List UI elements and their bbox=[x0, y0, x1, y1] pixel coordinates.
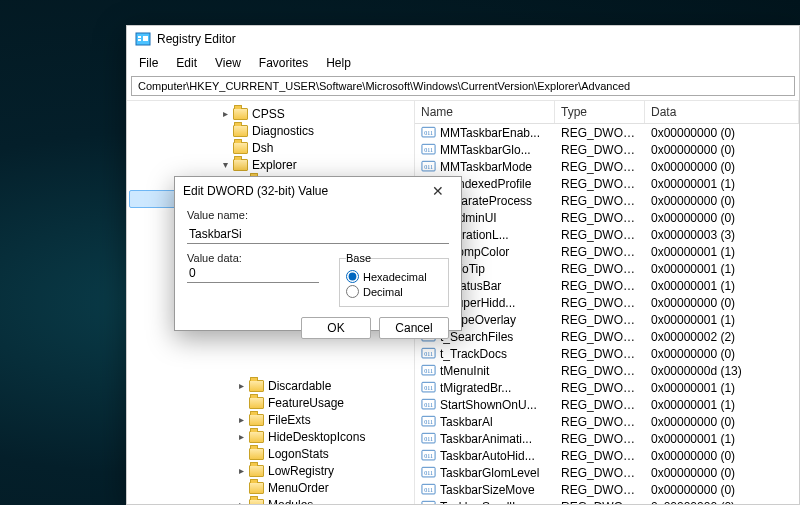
value-row[interactable]: 011TaskbarAnimati...REG_DWORD0x00000001 … bbox=[415, 430, 799, 447]
svg-text:011: 011 bbox=[424, 452, 433, 458]
value-type: REG_DWORD bbox=[555, 160, 645, 174]
value-row[interactable]: 011TaskbarAlREG_DWORD0x00000000 (0) bbox=[415, 413, 799, 430]
value-name: MMTaskbarGlo... bbox=[440, 143, 531, 157]
expand-icon[interactable]: ▸ bbox=[235, 499, 247, 504]
tree-item[interactable]: MenuOrder bbox=[129, 479, 412, 496]
menu-favorites[interactable]: Favorites bbox=[251, 54, 316, 72]
col-data[interactable]: Data bbox=[645, 101, 799, 123]
value-name: MMTaskbarMode bbox=[440, 160, 532, 174]
value-data: 0x00000001 (1) bbox=[645, 262, 799, 276]
value-name: StartShownOnU... bbox=[440, 398, 537, 412]
tree-item[interactable]: Dsh bbox=[129, 139, 412, 156]
value-data: 0x00000000 (0) bbox=[645, 211, 799, 225]
value-name: MMTaskbarEnab... bbox=[440, 126, 540, 140]
value-data-input[interactable] bbox=[187, 264, 319, 283]
close-icon[interactable]: ✕ bbox=[423, 183, 453, 199]
radio-hex-row[interactable]: Hexadecimal bbox=[346, 270, 442, 283]
value-type: REG_DWORD bbox=[555, 500, 645, 505]
tree-item[interactable]: ▸Modules bbox=[129, 496, 412, 504]
expand-icon[interactable]: ▸ bbox=[235, 465, 247, 476]
radio-dec-row[interactable]: Decimal bbox=[346, 285, 442, 298]
menu-view[interactable]: View bbox=[207, 54, 249, 72]
value-row[interactable]: 011wCompColorREG_DWORD0x00000001 (1) bbox=[415, 243, 799, 260]
dword-icon: 011 bbox=[421, 483, 436, 497]
menu-help[interactable]: Help bbox=[318, 54, 359, 72]
value-row[interactable]: 011wSuperHidd...REG_DWORD0x00000000 (0) bbox=[415, 294, 799, 311]
folder-icon bbox=[249, 465, 264, 477]
value-name: t_TrackDocs bbox=[440, 347, 507, 361]
svg-text:011: 011 bbox=[424, 503, 433, 504]
value-row[interactable]: 011wStatusBarREG_DWORD0x00000001 (1) bbox=[415, 277, 799, 294]
ok-button[interactable]: OK bbox=[301, 317, 371, 339]
value-row[interactable]: 011tMigratedBr...REG_DWORD0x00000001 (1) bbox=[415, 379, 799, 396]
tree-item[interactable]: ▸LowRegistry bbox=[129, 462, 412, 479]
dword-icon: 011 bbox=[421, 466, 436, 480]
value-row[interactable]: 011MMTaskbarGlo...REG_DWORD0x00000000 (0… bbox=[415, 141, 799, 158]
value-row[interactable]: 011MMTaskbarEnab...REG_DWORD0x00000000 (… bbox=[415, 124, 799, 141]
value-row[interactable]: 011TaskbarAutoHid...REG_DWORD0x00000000 … bbox=[415, 447, 799, 464]
dialog-title: Edit DWORD (32-bit) Value bbox=[183, 184, 328, 198]
svg-text:011: 011 bbox=[424, 146, 433, 152]
tree-item[interactable]: Diagnostics bbox=[129, 122, 412, 139]
value-row[interactable]: 011lMigrationL...REG_DWORD0x00000003 (3) bbox=[415, 226, 799, 243]
cancel-button[interactable]: Cancel bbox=[379, 317, 449, 339]
value-type: REG_DWORD bbox=[555, 211, 645, 225]
svg-text:011: 011 bbox=[424, 350, 433, 356]
svg-text:011: 011 bbox=[424, 435, 433, 441]
value-row[interactable]: 011tMenuInitREG_DWORD0x0000000d (13) bbox=[415, 362, 799, 379]
value-data: 0x00000001 (1) bbox=[645, 245, 799, 259]
dword-icon: 011 bbox=[421, 126, 436, 140]
value-row[interactable]: 011erAdminUIREG_DWORD0x00000000 (0) bbox=[415, 209, 799, 226]
expand-icon[interactable]: ▾ bbox=[219, 159, 231, 170]
value-data: 0x00000000 (0) bbox=[645, 347, 799, 361]
col-name[interactable]: Name bbox=[415, 101, 555, 123]
value-row[interactable]: 011wInfoTipREG_DWORD0x00000001 (1) bbox=[415, 260, 799, 277]
col-type[interactable]: Type bbox=[555, 101, 645, 123]
radio-hex[interactable] bbox=[346, 270, 359, 283]
value-data: 0x00000000 (0) bbox=[645, 500, 799, 505]
value-type: REG_DWORD bbox=[555, 177, 645, 191]
svg-rect-1 bbox=[138, 36, 141, 38]
value-row[interactable]: 011t_TrackDocsREG_DWORD0x00000000 (0) bbox=[415, 345, 799, 362]
dword-icon: 011 bbox=[421, 381, 436, 395]
menu-edit[interactable]: Edit bbox=[168, 54, 205, 72]
tree-label: LogonStats bbox=[268, 447, 329, 461]
tree-item[interactable]: ▸FileExts bbox=[129, 411, 412, 428]
svg-rect-2 bbox=[138, 39, 141, 41]
value-type: REG_DWORD bbox=[555, 143, 645, 157]
value-row[interactable]: 011ReindexedProfileREG_DWORD0x00000001 (… bbox=[415, 175, 799, 192]
value-type: REG_DWORD bbox=[555, 126, 645, 140]
value-type: REG_DWORD bbox=[555, 381, 645, 395]
expand-icon[interactable]: ▸ bbox=[235, 380, 247, 391]
value-row[interactable]: 011SeparateProcessREG_DWORD0x00000000 (0… bbox=[415, 192, 799, 209]
dword-icon: 011 bbox=[421, 160, 436, 174]
tree-item[interactable]: ▸Discardable bbox=[129, 377, 412, 394]
tree-label: CPSS bbox=[252, 107, 285, 121]
value-name-input[interactable] bbox=[187, 225, 449, 244]
value-row[interactable]: 011TaskbarGlomLevelREG_DWORD0x00000000 (… bbox=[415, 464, 799, 481]
value-row[interactable]: 011MMTaskbarModeREG_DWORD0x00000000 (0) bbox=[415, 158, 799, 175]
tree-item[interactable]: FeatureUsage bbox=[129, 394, 412, 411]
tree-item[interactable]: LogonStats bbox=[129, 445, 412, 462]
radio-dec[interactable] bbox=[346, 285, 359, 298]
value-row[interactable]: 011TaskbarSmallIconsREG_DWORD0x00000000 … bbox=[415, 498, 799, 504]
address-bar[interactable]: Computer\HKEY_CURRENT_USER\Software\Micr… bbox=[131, 76, 795, 96]
tree-item[interactable]: ▾Explorer bbox=[129, 156, 412, 173]
expand-icon[interactable]: ▸ bbox=[235, 431, 247, 442]
expand-icon[interactable]: ▸ bbox=[235, 414, 247, 425]
tree-item[interactable]: ▸HideDesktopIcons bbox=[129, 428, 412, 445]
menu-file[interactable]: File bbox=[131, 54, 166, 72]
expand-icon[interactable]: ▸ bbox=[219, 108, 231, 119]
value-row[interactable]: 011TaskbarSizeMoveREG_DWORD0x00000000 (0… bbox=[415, 481, 799, 498]
radio-dec-label: Decimal bbox=[363, 286, 403, 298]
tree-label: Discardable bbox=[268, 379, 331, 393]
tree-label: LowRegistry bbox=[268, 464, 334, 478]
value-row[interactable]: 011StartShownOnU...REG_DWORD0x00000001 (… bbox=[415, 396, 799, 413]
dword-icon: 011 bbox=[421, 449, 436, 463]
value-row[interactable]: 011wTypeOverlayREG_DWORD0x00000001 (1) bbox=[415, 311, 799, 328]
dword-icon: 011 bbox=[421, 398, 436, 412]
value-data: 0x0000000d (13) bbox=[645, 364, 799, 378]
tree-item[interactable]: ▸CPSS bbox=[129, 105, 412, 122]
values-pane[interactable]: Name Type Data 011MMTaskbarEnab...REG_DW… bbox=[415, 101, 799, 504]
value-row[interactable]: 011t_SearchFilesREG_DWORD0x00000002 (2) bbox=[415, 328, 799, 345]
